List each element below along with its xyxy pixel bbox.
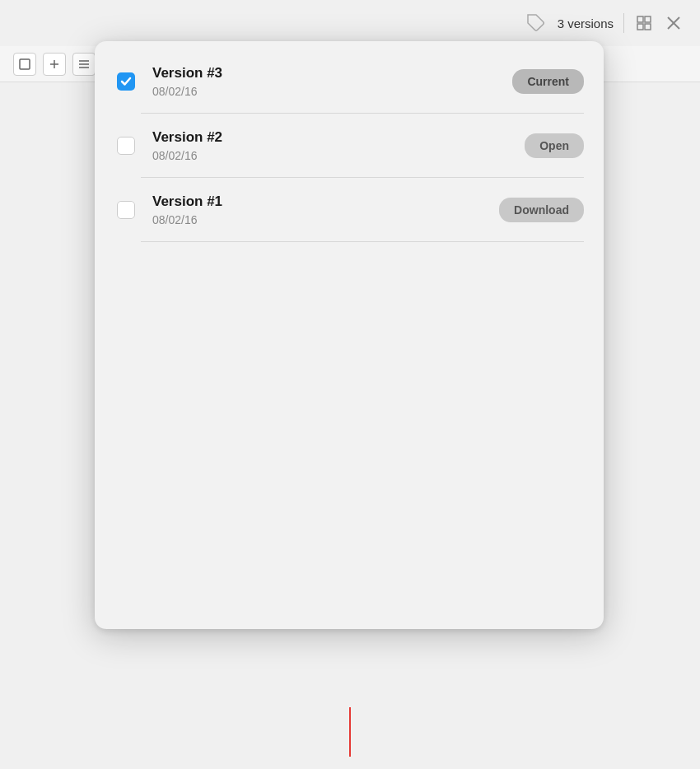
version-3-action-button[interactable]: Current bbox=[512, 69, 584, 94]
checkbox-version-1[interactable] bbox=[114, 198, 138, 221]
version-2-action-button[interactable]: Open bbox=[525, 133, 584, 158]
svg-rect-7 bbox=[20, 59, 30, 69]
version-1-info: Version #1 08/02/16 bbox=[152, 193, 499, 226]
version-3-name: Version #3 bbox=[152, 65, 512, 82]
svg-rect-1 bbox=[637, 16, 643, 22]
divider bbox=[623, 13, 624, 33]
checkbox-version-3[interactable] bbox=[114, 70, 138, 93]
unchecked-box-2[interactable] bbox=[117, 201, 135, 219]
checked-box[interactable] bbox=[117, 72, 135, 91]
version-1-name: Version #1 bbox=[152, 193, 499, 210]
version-2-name: Version #2 bbox=[152, 129, 525, 146]
popup-inner: Version #3 08/02/16 Current Version #2 0… bbox=[95, 41, 604, 629]
version-1-date: 08/02/16 bbox=[152, 213, 499, 226]
version-item-1: Version #1 08/02/16 Download bbox=[95, 178, 604, 242]
tag-icon bbox=[525, 12, 548, 35]
svg-rect-2 bbox=[645, 16, 651, 22]
empty-space bbox=[95, 242, 604, 621]
svg-rect-3 bbox=[637, 24, 643, 30]
version-1-action-button[interactable]: Download bbox=[499, 198, 584, 222]
tile-button[interactable] bbox=[634, 13, 654, 33]
checkbox-version-2[interactable] bbox=[114, 134, 138, 157]
version-item-3: Version #3 08/02/16 Current bbox=[95, 49, 604, 114]
toolbar-btn-1[interactable] bbox=[13, 53, 36, 76]
versions-popup: Version #3 08/02/16 Current Version #2 0… bbox=[95, 41, 604, 629]
version-3-info: Version #3 08/02/16 bbox=[152, 65, 512, 98]
top-bar: 3 versions bbox=[0, 0, 700, 46]
version-item-2: Version #2 08/02/16 Open bbox=[95, 114, 604, 178]
unchecked-box[interactable] bbox=[117, 137, 135, 155]
close-button[interactable] bbox=[664, 13, 684, 33]
version-2-info: Version #2 08/02/16 bbox=[152, 129, 525, 162]
toolbar-btn-2[interactable] bbox=[43, 53, 66, 76]
version-3-date: 08/02/16 bbox=[152, 85, 512, 98]
versions-count-label: 3 versions bbox=[558, 16, 614, 30]
version-2-date: 08/02/16 bbox=[152, 149, 525, 162]
red-indicator bbox=[349, 707, 351, 757]
svg-rect-4 bbox=[645, 24, 651, 30]
toolbar-btn-3[interactable] bbox=[72, 53, 96, 76]
